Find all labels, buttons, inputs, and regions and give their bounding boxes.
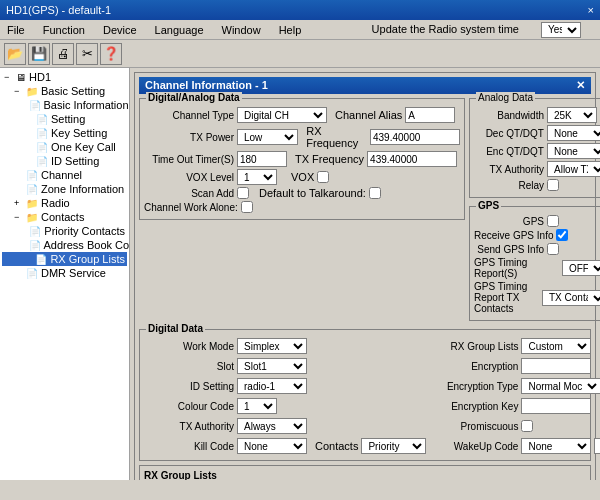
tx-power-row: TX Power LowHigh RX Frequency xyxy=(144,125,460,149)
radio-folder-icon: 📁 xyxy=(26,198,38,209)
tx-power-select[interactable]: LowHigh xyxy=(237,129,298,145)
menu-help[interactable]: Help xyxy=(276,23,305,37)
menu-window[interactable]: Window xyxy=(219,23,264,37)
address-book-icon: 📄 xyxy=(29,240,41,251)
channel-type-row: Channel Type Digital CHAnalog CH Channel… xyxy=(144,107,460,123)
panel-close-btn[interactable]: ✕ xyxy=(576,79,585,92)
scan-add-checkbox[interactable] xyxy=(237,187,249,199)
promiscuous-label: Promiscuous xyxy=(428,421,518,432)
colour-code-select[interactable]: 1 xyxy=(237,398,277,414)
receive-gps-checkbox[interactable] xyxy=(556,229,568,241)
vox-row: VOX Level 12 VOX xyxy=(144,169,460,185)
id-setting-label: ID Setting xyxy=(144,381,234,392)
toolbar-open[interactable]: 📂 xyxy=(4,43,26,65)
channel-alias-input[interactable] xyxy=(405,107,455,123)
timing-tx-select[interactable]: TX Contact xyxy=(542,290,600,306)
sidebar-label-address-book: Address Book Co xyxy=(44,239,130,251)
sidebar-label-rx-group-lists: RX Group Lists xyxy=(50,253,125,265)
toolbar-print[interactable]: 🖨 xyxy=(52,43,74,65)
gps-field-label: GPS xyxy=(474,216,544,227)
radio-time-select[interactable]: YesNo xyxy=(541,22,581,38)
tx-authority-digital-select[interactable]: Always xyxy=(237,418,307,434)
sidebar-label-priority-contacts: Priority Contacts xyxy=(44,225,125,237)
menu-function[interactable]: Function xyxy=(40,23,88,37)
sidebar-label-dmr-service: DMR Service xyxy=(41,267,106,279)
title-text: HD1(GPS) - default-1 xyxy=(6,4,111,16)
bandwidth-select[interactable]: 25K12.5K xyxy=(547,107,597,123)
gps-label: GPS xyxy=(476,200,501,211)
sidebar-item-basic[interactable]: − 📁 Basic Setting xyxy=(2,84,127,98)
channel-work-alone-row: Channel Work Alone: xyxy=(144,201,460,213)
tx-authority-analog-select[interactable]: Allow TX xyxy=(547,161,600,177)
sidebar-label-hd1: HD1 xyxy=(29,71,51,83)
sidebar-item-channel[interactable]: 📄 Channel xyxy=(2,168,127,182)
timeout-input[interactable] xyxy=(237,151,287,167)
sidebar-item-rx-group-lists[interactable]: 📄 RX Group Lists xyxy=(2,252,127,266)
tx-authority-digital-label: TX Authority xyxy=(144,421,234,432)
work-mode-select[interactable]: SimplexRepeater xyxy=(237,338,307,354)
id-setting-select[interactable]: radio-1 xyxy=(237,378,307,394)
sidebar-item-radio[interactable]: + 📁 Radio xyxy=(2,196,127,210)
menu-file[interactable]: File xyxy=(4,23,28,37)
sidebar: − 🖥 HD1 − 📁 Basic Setting 📄 Basic Inform… xyxy=(0,68,130,480)
contacts-select[interactable]: Priority xyxy=(361,438,426,454)
id-setting-icon: 📄 xyxy=(36,156,48,167)
expand-basic-info xyxy=(24,100,27,110)
timeout-row: Time Out Timer(S) TX Frequency xyxy=(144,151,460,167)
relay-label: Relay xyxy=(474,180,544,191)
sidebar-item-basic-info[interactable]: 📄 Basic Information xyxy=(2,98,127,112)
kill-code-select[interactable]: None xyxy=(237,438,307,454)
enc-type-label: Encryption Type xyxy=(428,381,518,392)
enc-qtdqt-select[interactable]: None xyxy=(547,143,600,159)
vox-checkbox[interactable] xyxy=(317,171,329,183)
sidebar-item-hd1[interactable]: − 🖥 HD1 xyxy=(2,70,127,84)
channel-work-alone-label: Channel Work Alone: xyxy=(144,202,238,213)
menu-language[interactable]: Language xyxy=(152,23,207,37)
enc-key-input[interactable] xyxy=(521,398,591,414)
analog-data-label: Analog Data xyxy=(476,92,535,103)
work-mode-label: Work Mode xyxy=(144,341,234,352)
dmr-service-icon: 📄 xyxy=(26,268,38,279)
call1-select[interactable]: CALL1 xyxy=(594,438,600,454)
vox-select[interactable]: 12 xyxy=(237,169,277,185)
sidebar-label-id-setting: ID Setting xyxy=(51,155,99,167)
menu-device[interactable]: Device xyxy=(100,23,140,37)
dec-qtdqt-label: Dec QT/DQT xyxy=(474,128,544,139)
toolbar-cut[interactable]: ✂ xyxy=(76,43,98,65)
promiscuous-checkbox[interactable] xyxy=(521,420,533,432)
expand-icon[interactable]: − xyxy=(4,72,14,82)
send-gps-checkbox[interactable] xyxy=(547,243,559,255)
slot-select[interactable]: Slot1Slot2 xyxy=(237,358,307,374)
sidebar-item-key-setting[interactable]: 📄 Key Setting xyxy=(2,126,127,140)
sidebar-item-id-setting[interactable]: 📄 ID Setting xyxy=(2,154,127,168)
wakeup-code-select[interactable]: None xyxy=(521,438,591,454)
tx-freq-input[interactable] xyxy=(367,151,457,167)
default-talkaround-checkbox[interactable] xyxy=(369,187,381,199)
dec-qtdqt-select[interactable]: None xyxy=(547,125,600,141)
rx-freq-input[interactable] xyxy=(370,129,460,145)
sidebar-item-contacts[interactable]: − 📁 Contacts xyxy=(2,210,127,224)
encryption-input[interactable] xyxy=(521,358,591,374)
gps-checkbox[interactable] xyxy=(547,215,559,227)
expand-basic-icon[interactable]: − xyxy=(14,86,24,96)
basic-info-icon: 📄 xyxy=(29,100,41,111)
rx-group-lists-section: RX Group Lists Available Members Address… xyxy=(139,465,591,480)
timing-reports-select[interactable]: OFFON xyxy=(562,260,600,276)
enc-type-select[interactable]: Normal Moc... xyxy=(521,378,600,394)
sidebar-item-priority-contacts[interactable]: 📄 Priority Contacts xyxy=(2,224,127,238)
sidebar-item-address-book[interactable]: 📄 Address Book Co xyxy=(2,238,127,252)
sidebar-item-setting[interactable]: 📄 Setting xyxy=(2,112,127,126)
toolbar-save[interactable]: 💾 xyxy=(28,43,50,65)
sidebar-item-one-key-call[interactable]: 📄 One Key Call xyxy=(2,140,127,154)
channel-type-select[interactable]: Digital CHAnalog CH xyxy=(237,107,327,123)
sidebar-item-zone-info[interactable]: 📄 Zone Information xyxy=(2,182,127,196)
wakeup-code-label: WakeUp Code xyxy=(428,441,518,452)
toolbar-help[interactable]: ❓ xyxy=(100,43,122,65)
channel-work-alone-checkbox[interactable] xyxy=(241,201,253,213)
close-btn[interactable]: × xyxy=(588,4,594,16)
relay-checkbox[interactable] xyxy=(547,179,559,191)
rx-group-select[interactable]: CustomNone xyxy=(521,338,591,354)
scan-add-label: Scan Add xyxy=(144,188,234,199)
sidebar-item-dmr-service[interactable]: 📄 DMR Service xyxy=(2,266,127,280)
rx-group-label: RX Group Lists xyxy=(428,341,518,352)
